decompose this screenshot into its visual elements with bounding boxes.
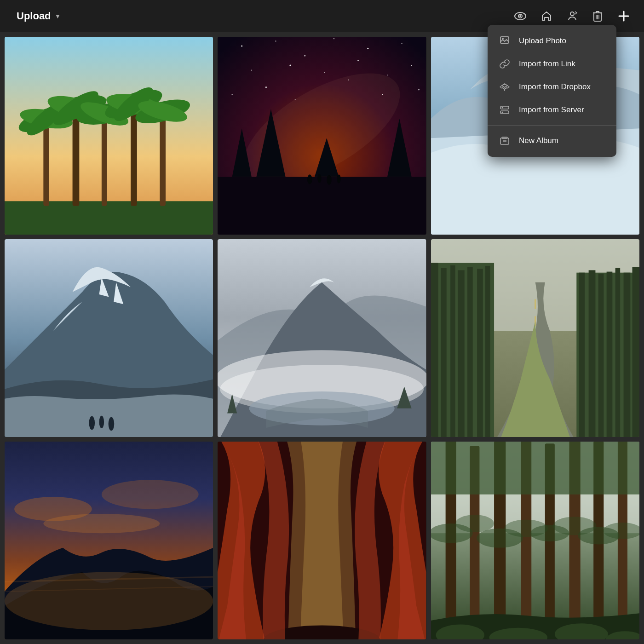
svg-point-53 bbox=[327, 175, 332, 184]
svg-point-52 bbox=[318, 174, 322, 183]
svg-rect-78 bbox=[606, 272, 612, 437]
svg-point-37 bbox=[251, 70, 252, 71]
upload-photo-label: Upload Photo bbox=[519, 36, 566, 46]
svg-point-38 bbox=[290, 65, 291, 66]
toolbar-icons bbox=[512, 7, 633, 25]
svg-rect-71 bbox=[458, 270, 465, 437]
svg-point-85 bbox=[43, 514, 160, 533]
svg-rect-114 bbox=[500, 37, 509, 43]
svg-point-2 bbox=[519, 15, 521, 17]
svg-point-3 bbox=[570, 12, 574, 16]
share-button[interactable] bbox=[564, 8, 581, 24]
home-icon bbox=[541, 11, 552, 22]
svg-point-46 bbox=[418, 89, 420, 90]
svg-rect-80 bbox=[623, 273, 630, 437]
svg-point-51 bbox=[307, 174, 312, 184]
trash-button[interactable] bbox=[590, 7, 605, 25]
eye-button[interactable] bbox=[512, 9, 529, 23]
menu-item-new-album[interactable]: New Album bbox=[488, 129, 616, 152]
upload-photo-icon bbox=[499, 36, 511, 46]
svg-rect-70 bbox=[450, 265, 455, 437]
svg-rect-75 bbox=[579, 273, 585, 437]
import-link-icon bbox=[499, 59, 511, 69]
svg-point-43 bbox=[265, 86, 267, 88]
photo-cell-2[interactable] bbox=[218, 37, 426, 235]
svg-point-115 bbox=[502, 38, 504, 40]
svg-rect-81 bbox=[632, 267, 639, 437]
upload-label: Upload bbox=[17, 10, 51, 22]
svg-rect-69 bbox=[441, 268, 447, 437]
svg-point-31 bbox=[241, 45, 242, 46]
menu-item-upload-photo[interactable]: Upload Photo bbox=[488, 29, 616, 52]
menu-item-import-dropbox[interactable]: Import from Dropbox bbox=[488, 75, 616, 98]
dropdown-menu: Upload Photo Import from Link Import fro… bbox=[488, 25, 616, 157]
svg-rect-121 bbox=[500, 138, 509, 144]
svg-rect-50 bbox=[218, 177, 426, 235]
svg-rect-68 bbox=[431, 263, 438, 437]
import-link-label: Import from Link bbox=[519, 59, 575, 69]
svg-rect-72 bbox=[467, 267, 473, 437]
svg-rect-16 bbox=[160, 111, 166, 206]
menu-item-import-server[interactable]: Import from Server bbox=[488, 98, 616, 121]
svg-point-39 bbox=[324, 72, 325, 73]
import-server-icon bbox=[499, 105, 511, 115]
svg-point-59 bbox=[109, 417, 115, 431]
svg-rect-79 bbox=[615, 268, 620, 437]
home-button[interactable] bbox=[538, 8, 555, 24]
svg-point-32 bbox=[276, 40, 276, 41]
menu-item-import-link[interactable]: Import from Link bbox=[488, 52, 616, 75]
photo-cell-1[interactable] bbox=[5, 37, 213, 235]
svg-rect-11 bbox=[5, 201, 213, 235]
svg-point-40 bbox=[357, 60, 359, 61]
svg-rect-101 bbox=[431, 442, 639, 494]
svg-rect-13 bbox=[73, 109, 80, 206]
photo-cell-4[interactable] bbox=[5, 239, 213, 437]
add-button[interactable] bbox=[615, 7, 633, 25]
share-icon bbox=[567, 11, 578, 22]
svg-rect-77 bbox=[598, 274, 604, 437]
svg-point-57 bbox=[89, 416, 95, 430]
upload-button[interactable]: Upload ▼ bbox=[11, 6, 66, 26]
svg-point-58 bbox=[99, 416, 104, 428]
svg-point-34 bbox=[334, 38, 334, 39]
svg-rect-74 bbox=[485, 266, 490, 437]
import-server-label: Import from Server bbox=[519, 105, 584, 115]
svg-rect-73 bbox=[477, 269, 483, 437]
new-album-label: New Album bbox=[519, 136, 558, 145]
svg-point-33 bbox=[305, 55, 306, 56]
svg-point-103 bbox=[455, 515, 494, 532]
dropdown-arrow-icon: ▼ bbox=[55, 12, 61, 20]
photo-cell-6[interactable] bbox=[431, 239, 639, 437]
svg-point-119 bbox=[502, 107, 503, 109]
svg-point-41 bbox=[387, 75, 388, 75]
photo-cell-7[interactable] bbox=[5, 442, 213, 639]
menu-divider bbox=[488, 125, 616, 126]
svg-point-35 bbox=[368, 48, 369, 49]
photo-cell-8[interactable] bbox=[218, 442, 426, 639]
svg-point-36 bbox=[402, 43, 402, 44]
new-album-icon bbox=[499, 136, 511, 146]
svg-point-84 bbox=[102, 480, 199, 509]
svg-rect-12 bbox=[43, 119, 49, 206]
svg-rect-76 bbox=[588, 270, 595, 437]
svg-rect-14 bbox=[102, 114, 107, 206]
svg-point-45 bbox=[411, 65, 412, 66]
photo-cell-9[interactable] bbox=[431, 442, 639, 639]
import-dropbox-icon bbox=[499, 82, 511, 92]
import-dropbox-label: Import from Dropbox bbox=[519, 82, 591, 92]
svg-point-120 bbox=[502, 112, 503, 113]
svg-point-42 bbox=[232, 94, 233, 95]
svg-point-54 bbox=[337, 174, 341, 183]
photo-cell-5[interactable] bbox=[218, 239, 426, 437]
add-icon bbox=[617, 10, 630, 23]
eye-icon bbox=[514, 12, 526, 21]
trash-icon bbox=[592, 10, 603, 22]
